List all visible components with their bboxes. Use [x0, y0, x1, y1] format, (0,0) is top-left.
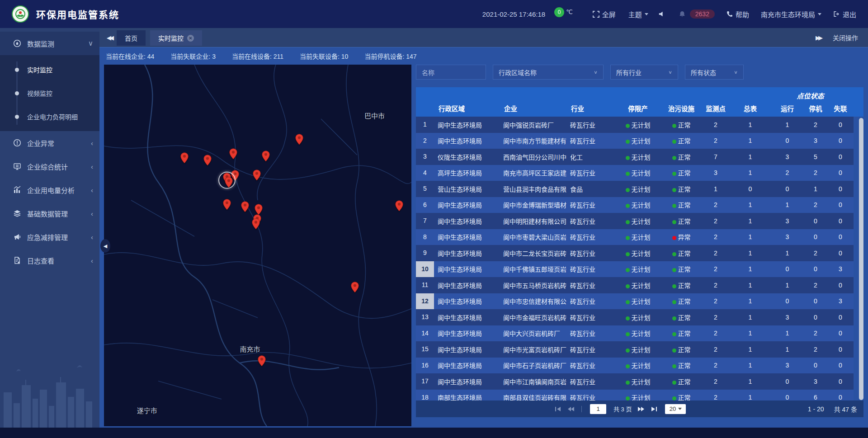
table-row[interactable]: 14阆中生态环境局阆中大兴页岩机砖厂砖瓦行业无计划正常21120 — [416, 325, 854, 342]
table-row[interactable]: 8阆中生态环境局阆中市枣碧大梁山页岩砖瓦行业无计划异常21300 — [416, 229, 854, 245]
table-row[interactable]: 9阆中生态环境局阆中市二龙长宝页岩砖砖瓦行业无计划正常21120 — [416, 245, 854, 261]
cell-total-meters: 1 — [730, 282, 771, 289]
sidebar-group-数据监测[interactable]: 数据监测∨ — [0, 32, 99, 55]
tabs-scroll-right-icon[interactable]: ▶▶ — [816, 34, 821, 41]
table-row[interactable]: 18南部生态环境局南部县双佳页岩砖有限砖瓦行业无计划正常21060 — [416, 390, 854, 401]
chevron-left-icon: ‹ — [91, 163, 93, 170]
sidebar-item-实时监控[interactable]: 实时监控 — [0, 58, 99, 81]
sidebar-item-企业电力负荷明细[interactable]: 企业电力负荷明细 — [0, 105, 99, 128]
cell-lost: 0 — [827, 169, 854, 176]
table-row[interactable]: 15阆中生态环境局阆中市光富页岩机砖厂砖瓦行业无计划正常21120 — [416, 341, 854, 358]
table-row[interactable]: 11阆中生态环境局阆中市五马桥页岩机砖砖瓦行业无计划正常21120 — [416, 277, 854, 293]
cell-industry: 砖瓦行业 — [566, 168, 615, 177]
status-dot-green — [626, 268, 630, 272]
table-row[interactable]: 17阆中生态环境局阆中市江南镇阆南页岩砖瓦行业无计划正常21030 — [416, 373, 854, 390]
region-select[interactable]: 行政区域名称∨ — [493, 65, 604, 80]
map-pin-icon[interactable] — [223, 199, 231, 210]
sidebar-group-应急减排管理[interactable]: 应急减排管理‹ — [0, 225, 99, 249]
chevron-left-icon: ‹ — [91, 233, 93, 241]
map-pin-icon[interactable] — [295, 134, 303, 145]
sidebar-group-企业综合统计[interactable]: 企业综合统计‹ — [0, 155, 99, 178]
cell-stopped: 0 — [804, 297, 827, 305]
cell-stopped: 2 — [804, 169, 827, 176]
status-dot-green — [626, 124, 630, 128]
page-size-select[interactable]: 20 — [665, 404, 686, 414]
table-row[interactable]: 5营山生态环境局营山县润丰肉食品有限食品无计划正常10010 — [416, 181, 854, 197]
fullscreen-button[interactable]: 全屏 — [593, 9, 616, 19]
map-pin-icon[interactable] — [395, 200, 403, 212]
table-row[interactable]: 16阆中生态环境局阆中市石子页岩机砖厂砖瓦行业无计划正常21300 — [416, 358, 854, 374]
status-dot-green — [672, 156, 676, 160]
table-row[interactable]: 6阆中生态环境局阆中市金博瑞新型墙材砖瓦行业无计划正常21120 — [416, 197, 854, 213]
sidebar-menu: 数据监测∨实时监控视频监控企业电力负荷明细企业异常‹企业综合统计‹企业用电量分析… — [0, 32, 99, 272]
industry-select[interactable]: 所有行业∨ — [610, 65, 678, 80]
last-page-icon[interactable] — [651, 406, 657, 412]
speaker-icon — [658, 11, 665, 17]
map-pin-icon[interactable] — [229, 148, 238, 160]
table-row[interactable]: 2阆中生态环境局阆中市南方节能建材有砖瓦行业无计划正常21030 — [416, 133, 854, 149]
status-dot-green — [672, 332, 676, 336]
help-button[interactable]: 帮助 — [726, 9, 749, 19]
map-pin-icon[interactable] — [241, 201, 250, 212]
theme-dropdown[interactable]: 主题 — [628, 9, 648, 19]
cell-region: 阆中生态环境局 — [434, 377, 500, 386]
page-number-input[interactable]: 1 — [590, 404, 606, 414]
map-pin-icon[interactable] — [203, 155, 212, 166]
table-row[interactable]: 10阆中生态环境局阆中千佛镇五郎垭页岩砖瓦行业无计划正常21003 — [416, 261, 854, 278]
table-row[interactable]: 7阆中生态环境局阆中明阳建材有限公司砖瓦行业无计划正常21300 — [416, 213, 854, 229]
tabs-scroll-left-icon[interactable]: ◀◀ — [107, 34, 112, 41]
map-pin-icon[interactable] — [261, 151, 270, 162]
cell-running: 1 — [771, 201, 804, 208]
city-label-遂宁市: 遂宁市 — [137, 405, 157, 415]
table-row[interactable]: 3仪陇生态环境局西南油气田分公司川中化工无计划正常71350 — [416, 149, 854, 165]
cell-index: 14 — [416, 325, 434, 342]
cell-limit-status: 无计划 — [615, 313, 661, 322]
tab-实时监控[interactable]: 实时监控✕ — [150, 30, 202, 46]
cell-company: 阆中市金博瑞新型墙材 — [500, 200, 566, 209]
sidebar-group-企业异常[interactable]: 企业异常‹ — [0, 131, 99, 155]
map-pin-icon[interactable] — [225, 177, 233, 188]
table-row[interactable]: 13阆中生态环境局阆中市金福旺页岩机砖砖瓦行业无计划正常21300 — [416, 309, 854, 325]
map-pin-icon[interactable] — [251, 218, 260, 230]
cell-region: 阆中生态环境局 — [434, 329, 500, 338]
map-pin-icon[interactable] — [350, 282, 359, 293]
first-page-icon[interactable] — [555, 406, 561, 412]
close-operations-button[interactable]: 关闭操作 — [833, 33, 858, 42]
notifications[interactable]: 2632 — [679, 9, 715, 19]
cell-stopped: 0 — [804, 314, 827, 321]
cell-industry: 砖瓦行业 — [566, 313, 615, 322]
next-page-icon[interactable] — [637, 406, 645, 412]
sidebar-group-基础数据管理[interactable]: 基础数据管理‹ — [0, 202, 99, 225]
cell-monitor-points: 2 — [702, 394, 730, 400]
status-dot-red — [672, 236, 676, 240]
cell-facility-status: 正常 — [661, 184, 702, 193]
table-scrollbar[interactable] — [859, 118, 863, 400]
cell-region: 阆中生态环境局 — [434, 313, 500, 322]
cell-stopped: 0 — [804, 233, 827, 240]
prev-page-icon[interactable] — [567, 406, 575, 412]
status-select[interactable]: 所有状态∨ — [685, 65, 744, 80]
map-pin-icon[interactable] — [255, 204, 263, 215]
caret-down-icon — [645, 13, 648, 15]
table-row[interactable]: 1阆中生态环境局阆中强锐页岩砖厂砖瓦行业无计划正常21120 — [416, 117, 854, 133]
close-tab-icon[interactable]: ✕ — [187, 35, 194, 42]
panel-collapse-button[interactable]: ◀ — [100, 239, 110, 253]
table-row[interactable]: 12阆中生态环境局阆中市忠信建材有限公砖瓦行业无计划正常21003 — [416, 293, 854, 310]
cell-running: 0 — [771, 137, 804, 144]
map-pin-icon[interactable] — [257, 355, 266, 367]
sidebar-group-日志查看[interactable]: 日志查看‹ — [0, 249, 99, 272]
map-pin-icon[interactable] — [252, 170, 261, 181]
cell-stopped: 6 — [804, 394, 827, 400]
sidebar-item-视频监控[interactable]: 视频监控 — [0, 81, 99, 105]
mute-button[interactable] — [658, 11, 667, 17]
map-panel[interactable]: 巴中市南充市遂宁市 — [104, 65, 411, 426]
logout-button[interactable]: 退出 — [833, 9, 856, 19]
table-row[interactable]: 4高坪生态环境局南充市高坪区王家店建砖瓦行业无计划正常31220 — [416, 165, 854, 181]
map-pin-icon[interactable] — [180, 152, 189, 164]
name-search-input[interactable]: 名称 — [416, 65, 486, 80]
tab-首页[interactable]: 首页 — [117, 30, 146, 46]
user-dropdown[interactable]: 南充市生态环境局 — [761, 9, 821, 19]
sidebar-group-企业用电量分析[interactable]: 企业用电量分析‹ — [0, 178, 99, 202]
status-dot-green — [626, 349, 630, 353]
cell-running: 1 — [771, 250, 804, 257]
